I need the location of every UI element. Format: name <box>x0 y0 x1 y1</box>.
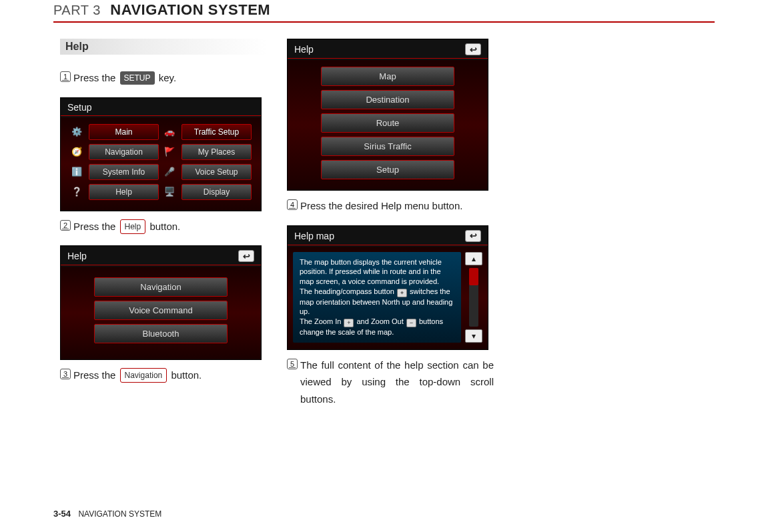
mic-icon: 🎤 <box>163 165 176 179</box>
scroll-controls: ▴ ▾ <box>465 252 482 343</box>
step-4: 4 Press the desired Help menu button. <box>287 197 494 215</box>
title-divider <box>288 245 488 245</box>
right-column: Help ↩ Map Destination Route Sirius Traf… <box>287 39 494 418</box>
display-button[interactable]: Display <box>181 184 252 200</box>
car-icon: 🚗 <box>163 125 176 139</box>
screen-title-bar: Setup <box>61 98 261 115</box>
title-divider <box>288 58 488 59</box>
question-icon: ❔ <box>70 185 83 199</box>
footer-label: NAVIGATION SYSTEM <box>78 509 161 519</box>
screenshot-help-2: Help ↩ Map Destination Route Sirius Traf… <box>287 39 488 191</box>
section-title: Help <box>65 41 89 52</box>
step-1: 1 Press the SETUP key. <box>60 69 267 87</box>
zoom-out-icon: − <box>406 319 416 327</box>
screen-title: Help map <box>294 231 334 241</box>
screen-title-bar: Help map ↩ <box>288 226 488 245</box>
page-header: PART 3 NAVIGATION SYSTEM <box>53 0 715 23</box>
scrollbar-thumb[interactable] <box>469 268 478 285</box>
display-icon: 🖥️ <box>163 185 176 199</box>
help-softbutton: Help <box>120 219 146 234</box>
navigation-button[interactable]: Navigation <box>94 277 228 297</box>
zoom-in-icon: + <box>344 319 354 327</box>
flag-icon: 🚩 <box>163 145 176 159</box>
help-line-3a: The Zoom In <box>300 317 343 325</box>
map-button[interactable]: Map <box>321 67 454 86</box>
screen-body: The map button displays the current vehi… <box>288 247 488 349</box>
step-number: 3 <box>60 369 71 379</box>
screen-title: Setup <box>67 102 92 113</box>
step-number: 1 <box>60 71 71 82</box>
sirius-traffic-button[interactable]: Sirius Traffic <box>321 137 454 156</box>
help-list: Navigation Voice Command Bluetooth <box>70 277 252 343</box>
step-text: Press the desired Help menu button. <box>300 197 462 215</box>
step-2: 2 Press the Help button. <box>60 218 267 235</box>
part-label: PART 3 <box>53 3 101 17</box>
step-text: Press the Help button. <box>73 218 180 235</box>
scroll-up-icon[interactable]: ▴ <box>465 252 482 265</box>
title-divider <box>61 115 261 116</box>
title-divider <box>61 265 261 265</box>
screen-title-bar: Help ↩ <box>288 39 488 58</box>
info-icon: ℹ️ <box>70 165 83 179</box>
setup-grid: ⚙️ Main 🚗 Traffic Setup 🧭 Navigation 🚩 M… <box>70 124 252 200</box>
screen-title: Help <box>67 251 87 261</box>
help-line-3b: and Zoom Out <box>356 317 405 325</box>
my-places-button[interactable]: My Places <box>181 144 252 160</box>
navigation-button[interactable]: Navigation <box>89 144 159 160</box>
compass-icon: ⌖ <box>397 289 407 297</box>
screen-body: ⚙️ Main 🚗 Traffic Setup 🧭 Navigation 🚩 M… <box>61 117 261 211</box>
globe-icon: 🧭 <box>70 145 83 159</box>
content-columns: Help 1 Press the SETUP key. Setup ⚙️ Mai… <box>53 39 715 418</box>
back-icon[interactable]: ↩ <box>465 230 481 242</box>
help-button[interactable]: Help <box>89 184 159 200</box>
help-line-1: The map button displays the current vehi… <box>300 258 442 286</box>
help-nav-list: Map Destination Route Sirius Traffic Set… <box>297 67 478 179</box>
help-line-2a: The heading/compass button <box>300 287 396 295</box>
screenshot-setup: Setup ⚙️ Main 🚗 Traffic Setup 🧭 Navigati… <box>60 97 262 211</box>
step-number: 2 <box>60 220 71 231</box>
screenshot-help-1: Help ↩ Navigation Voice Command Bluetoot… <box>60 245 262 360</box>
voice-setup-button[interactable]: Voice Setup <box>181 164 252 180</box>
screen-title-bar: Help ↩ <box>61 246 261 265</box>
traffic-setup-button[interactable]: Traffic Setup <box>181 124 252 140</box>
system-info-button[interactable]: System Info <box>89 164 159 180</box>
step-number: 4 <box>287 199 298 210</box>
section-heading: Help <box>60 39 267 55</box>
gear-icon: ⚙️ <box>70 125 83 139</box>
scroll-down-icon[interactable]: ▾ <box>465 329 482 343</box>
page-number: 3-54 <box>53 509 71 519</box>
screenshot-help-map: Help map ↩ The map button displays the c… <box>287 225 488 350</box>
voice-command-button[interactable]: Voice Command <box>94 301 228 320</box>
screen-body: Map Destination Route Sirius Traffic Set… <box>288 60 488 190</box>
step-text: Press the Navigation button. <box>73 367 202 384</box>
main-button[interactable]: Main <box>89 124 159 140</box>
screen-body: Navigation Voice Command Bluetooth <box>61 267 261 359</box>
setup-key: SETUP <box>120 71 155 85</box>
bluetooth-button[interactable]: Bluetooth <box>94 324 228 343</box>
navigation-softbutton: Navigation <box>120 368 167 383</box>
setup-button[interactable]: Setup <box>321 160 454 179</box>
back-icon[interactable]: ↩ <box>465 43 481 55</box>
left-column: Help 1 Press the SETUP key. Setup ⚙️ Mai… <box>60 39 267 418</box>
step-text: The full content of the help section can… <box>300 357 494 408</box>
step-5: 5 The full content of the help section c… <box>287 357 494 408</box>
scrollbar-track[interactable] <box>469 268 478 327</box>
screen-title: Help <box>294 44 314 55</box>
destination-button[interactable]: Destination <box>321 90 454 109</box>
help-text-panel: The map button displays the current vehi… <box>293 252 461 343</box>
step-text: Press the SETUP key. <box>73 69 176 87</box>
back-icon[interactable]: ↩ <box>238 250 254 262</box>
part-title: NAVIGATION SYSTEM <box>110 1 270 18</box>
page-footer: 3-54 NAVIGATION SYSTEM <box>53 509 161 519</box>
step-3: 3 Press the Navigation button. <box>60 367 267 384</box>
step-number: 5 <box>287 359 298 369</box>
route-button[interactable]: Route <box>321 113 454 133</box>
